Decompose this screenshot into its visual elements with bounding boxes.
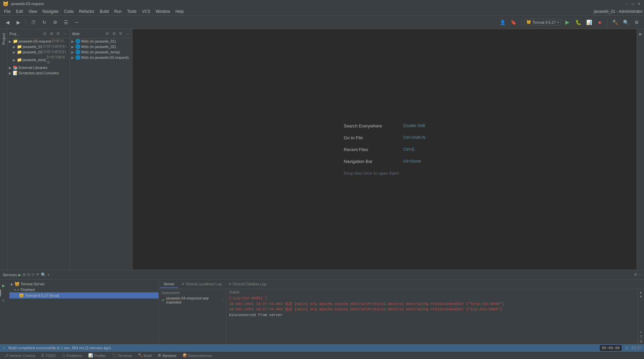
services-minimize-btn[interactable]: ─: [639, 272, 641, 277]
web-item-javaweb01[interactable]: ▶ 🌐 Web (in javaweb_01): [70, 39, 132, 44]
menu-vcs[interactable]: VCS: [139, 8, 153, 15]
settings-button[interactable]: ⚙: [50, 18, 60, 27]
settings2-button[interactable]: ⚙: [632, 18, 641, 27]
services-add-btn[interactable]: +: [47, 272, 50, 277]
tree-item-javaweb02[interactable]: ▶ 📁 javaweb_02 D:\学习\研究生\: [7, 49, 70, 55]
svc-redeploy-btn[interactable]: ↻: [0, 297, 7, 304]
services-tree-items: ▶ 🐱 Tomcat Server ▾ ✔ Finished 🐱 Tomcat …: [9, 281, 158, 298]
tree-item-javaweb01[interactable]: ▶ 📁 javaweb_01 D:\学习\研究生\: [7, 44, 70, 49]
proj-settings-btn[interactable]: ⚙: [55, 31, 61, 37]
project-tree: ▶ 📁 javaweb-03-request D:\学习\ ▶ 📁 javawe…: [7, 39, 70, 270]
deploy-scroll-icon[interactable]: ↑: [221, 298, 223, 303]
run-config-dropdown[interactable]: ▾: [557, 20, 559, 24]
web-settings-btn[interactable]: ⚙: [118, 31, 123, 37]
services-expand-btn[interactable]: ⊞: [23, 272, 26, 277]
scroll-up-arrow[interactable]: ▲: [639, 290, 643, 294]
taskbar-version-control[interactable]: ⎇ Version Control: [1, 353, 38, 358]
forward-button[interactable]: ▶: [14, 18, 23, 27]
menu-window[interactable]: Window: [153, 8, 173, 15]
back-button[interactable]: ◀: [3, 18, 12, 27]
tab-tomcat-catalina-log[interactable]: ● Tomcat Catalina Log: [225, 281, 269, 288]
services-filter2-btn[interactable]: 🔍: [41, 272, 46, 277]
minimize-button[interactable]: ─: [624, 1, 629, 6]
taskbar-services[interactable]: ⚙ Services: [155, 353, 179, 358]
profiler-icon: 📊: [88, 353, 93, 358]
tab-tomcat-localhost-log[interactable]: ● Tomcat Localhost Log: [178, 281, 225, 288]
timer-pause-btn[interactable]: ⏸: [624, 345, 628, 350]
search-button[interactable]: 🔍: [621, 18, 630, 27]
proj-expand-btn[interactable]: ⊞: [49, 31, 54, 37]
menu-help[interactable]: Help: [173, 8, 187, 15]
tree-item-javaweb03request[interactable]: ▶ 📁 javaweb-03-request D:\学习\: [7, 39, 70, 44]
taskbar-build[interactable]: 🔨 Build: [135, 353, 154, 358]
menu-file[interactable]: File: [1, 8, 13, 15]
taskbar-dependencies[interactable]: 📦 Dependencies: [180, 353, 215, 358]
services-settings2-btn[interactable]: ⚙: [634, 272, 637, 277]
right-strip-btn1[interactable]: ▶: [639, 32, 642, 36]
svc-item-finished[interactable]: ▾ ✔ Finished: [9, 287, 158, 292]
svc-item-tomcat-server[interactable]: ▶ 🐱 Tomcat Server: [9, 281, 158, 287]
services-filter-btn[interactable]: ⧩: [36, 272, 39, 277]
print-btn[interactable]: 🖨: [639, 339, 643, 343]
svc-run-btn[interactable]: ▶: [0, 282, 7, 289]
project-tab-label[interactable]: Project: [2, 33, 6, 45]
run-button[interactable]: ▶: [563, 18, 572, 27]
arrow-icon: ▶: [9, 71, 12, 75]
services-group-btn[interactable]: ⊙: [31, 272, 34, 277]
services-collapse-btn[interactable]: ⊟: [27, 272, 30, 277]
refresh-button[interactable]: ↻: [40, 18, 49, 27]
menu-code[interactable]: Code: [61, 8, 76, 15]
tree-item-external-libs[interactable]: ▶ 📚 External Libraries: [7, 65, 70, 70]
bookmark-button[interactable]: 🔖: [509, 18, 518, 27]
arrow-icon: ▶: [71, 40, 75, 43]
problems-label: Problems: [67, 354, 82, 358]
menu-navigate[interactable]: Navigate: [40, 8, 61, 15]
status-check-icon: ✔: [3, 346, 6, 350]
maximize-button[interactable]: □: [630, 1, 635, 6]
taskbar-problems[interactable]: ⚠ Problems: [59, 353, 85, 358]
web-item-javaweb02[interactable]: ▶ 🌐 Web (in javaweb_02): [70, 44, 132, 49]
taskbar: ⎇ Version Control ☰ TODO ⚠ Problems 📊 Pr…: [0, 352, 644, 359]
menu-refactor[interactable]: Refactor: [76, 8, 97, 15]
taskbar-profiler[interactable]: 📊 Profiler: [85, 353, 108, 358]
run-recent-button[interactable]: ⏱: [29, 18, 38, 27]
arrow-icon: ▶: [9, 66, 12, 70]
run-config-selector[interactable]: 🐱 Tomcat 8.5.27 ▾: [524, 19, 561, 25]
web-panel: Web ⊟ ⊞ ⚙ ─ ▶ 🌐 Web (in javaweb_01) ▶ 🌐 …: [70, 29, 132, 270]
log-dot2-icon: ●: [229, 282, 231, 286]
tree-item-scratches[interactable]: ▶ 📝 Scratches and Consoles: [7, 70, 70, 76]
minimize-panel-button[interactable]: ─: [72, 18, 81, 27]
tab-server[interactable]: Server: [160, 281, 178, 288]
scroll-down-arrow[interactable]: ▼: [639, 295, 643, 298]
timer-display: 00:00:00: [600, 345, 622, 351]
web-item-javaweb03request[interactable]: ▶ 🌐 Web (in javaweb-03-request): [70, 55, 132, 60]
menu-run[interactable]: Run: [112, 8, 124, 15]
menu-edit[interactable]: Edit: [13, 8, 26, 15]
menu-tools[interactable]: Tools: [124, 8, 139, 15]
services-icon: ⚙: [158, 353, 161, 358]
stop-button[interactable]: ■: [595, 18, 604, 27]
taskbar-terminal[interactable]: ⬛ Terminal: [109, 353, 134, 358]
close-button[interactable]: ✕: [637, 1, 641, 6]
web-expand-btn[interactable]: ⊞: [111, 31, 117, 37]
scroll-align-btn[interactable]: ⇕: [640, 335, 642, 338]
scroll-lines-btn[interactable]: ≡: [640, 330, 642, 334]
update-button[interactable]: 👤: [498, 18, 507, 27]
services-run-btn[interactable]: ▶: [18, 272, 21, 277]
config-button[interactable]: ☰: [61, 18, 71, 27]
svc-item-tomcat8527[interactable]: 🐱 Tomcat 8.5.27 [local]: [9, 292, 158, 298]
taskbar-todo[interactable]: ☰ TODO: [38, 353, 59, 358]
menu-build[interactable]: Build: [97, 8, 112, 15]
deployment-item[interactable]: ✔ javaweb-04-response:war exploded ↑: [160, 295, 225, 305]
web-item-javawebtemp[interactable]: ▶ 🌐 Web (in javaweb_temp): [70, 49, 132, 55]
debug-button[interactable]: 🐛: [573, 18, 583, 27]
proj-minimize-btn[interactable]: ─: [62, 31, 68, 37]
tree-item-javawebtemp[interactable]: ▶ 📁 javaweb_temp D:\学习\研究生: [7, 55, 70, 65]
web-collapse-btn[interactable]: ⊟: [104, 31, 110, 37]
web-minimize-btn[interactable]: ─: [125, 31, 130, 37]
build-button[interactable]: 🔨: [610, 18, 620, 27]
menu-view[interactable]: View: [26, 8, 40, 15]
coverage-button[interactable]: 📊: [584, 18, 594, 27]
proj-collapse-btn[interactable]: ⊟: [42, 31, 47, 37]
svc-stop-btn[interactable]: [0, 290, 7, 296]
